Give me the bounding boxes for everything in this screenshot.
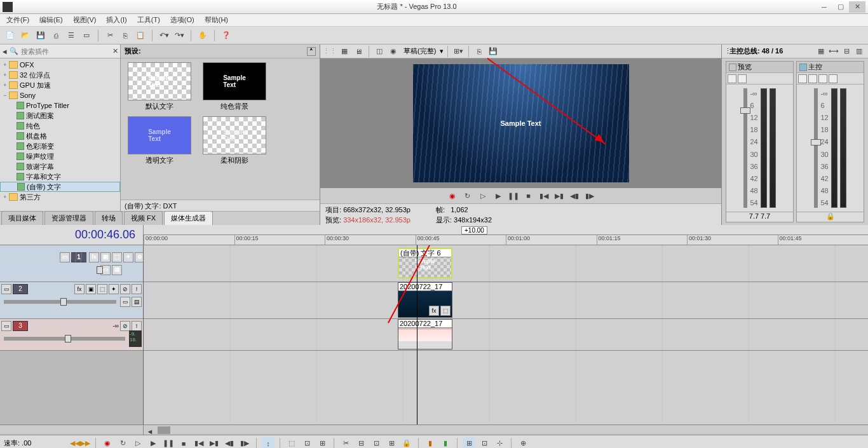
track-header-1[interactable]: ▭ 1 fx ▣ ⬚ ✦ ⊘ ! ▭▤	[0, 245, 144, 282]
help-icon[interactable]: ❓	[220, 29, 233, 42]
snap3-icon[interactable]: ⊹	[493, 437, 506, 449]
copy-icon[interactable]: ⎘	[119, 29, 132, 42]
minimize-track-icon[interactable]: ▭	[60, 252, 70, 262]
tool4-icon[interactable]: ⊡	[370, 437, 383, 449]
motion-icon[interactable]: ⬚	[112, 252, 122, 262]
track-header-2[interactable]: ▭ 2 fx▣⬚✦⊘! ▭▤	[0, 282, 143, 319]
play-icon[interactable]: ▶	[147, 437, 159, 449]
mixer-ic4[interactable]: ▥	[853, 45, 865, 58]
loop-icon[interactable]: ↻	[462, 190, 473, 201]
browser-tab[interactable]: 项目媒体	[1, 211, 43, 225]
step-back-icon[interactable]: ◀▮	[569, 190, 580, 201]
next-frame-icon[interactable]: ▮▶	[238, 437, 251, 449]
menu-options[interactable]: 选项(O)	[166, 14, 198, 26]
parent-icon[interactable]: ▤	[112, 265, 122, 275]
stop-icon[interactable]: ■	[177, 437, 190, 449]
timecode-display[interactable]: 00:00:46.06	[0, 225, 144, 245]
go-end-icon[interactable]: ▶▮	[208, 437, 220, 449]
mixer-ic1[interactable]: ▦	[815, 45, 827, 58]
plugin-tree[interactable]: ◄ 🔍 ✕ +OFX+32 位浮点+GPU 加速−SonyProType Tit…	[0, 44, 121, 211]
play-icon[interactable]: ▶	[492, 190, 504, 201]
tree-item[interactable]: 噪声纹理	[0, 151, 120, 161]
tree-item[interactable]: 字幕和文字	[0, 172, 120, 182]
step-fwd-icon[interactable]: ▮▶	[584, 190, 595, 201]
back-icon[interactable]: ◄	[0, 45, 10, 58]
mixer-ic2[interactable]: ⟷	[827, 45, 840, 58]
save-icon[interactable]: 💾	[34, 29, 47, 42]
preset-item[interactable]: SampleText默认文字	[125, 62, 194, 111]
tree-item[interactable]: ProType Titler	[0, 100, 120, 111]
region-icon[interactable]: ▮	[439, 437, 452, 449]
save-frame-icon[interactable]: 💾	[487, 45, 499, 58]
tree-item[interactable]: 纯色	[0, 121, 120, 131]
automation-icon[interactable]: ✦	[123, 252, 133, 262]
cut-icon[interactable]: ✂	[104, 29, 116, 42]
browser-tab[interactable]: 转场	[95, 211, 123, 225]
lock-icon[interactable]: 🔒	[400, 437, 413, 449]
stop-icon[interactable]: ■	[523, 190, 534, 201]
clip-text[interactable]: (自带) 文字 6 SampleText	[398, 248, 452, 278]
preview-props-icon[interactable]: ▦	[338, 45, 351, 58]
lock-icon[interactable]: 🔒	[826, 212, 835, 220]
track-lanes[interactable]: (自带) 文字 6 SampleText 20200722_17 fx⬚ 202…	[144, 245, 868, 424]
browser-tab[interactable]: 媒体生成器	[164, 211, 213, 225]
new-icon[interactable]: 📄	[4, 29, 17, 42]
snap-icon[interactable]: ⊞	[463, 437, 475, 449]
hscrollbar[interactable]	[158, 426, 170, 434]
menu-file[interactable]: 文件(F)	[3, 14, 33, 26]
clear-icon[interactable]: ✕	[111, 45, 121, 58]
pause-icon[interactable]: ❚❚	[508, 190, 519, 201]
tree-item[interactable]: 测试图案	[0, 111, 120, 121]
prev-icon[interactable]: ▮◀	[538, 190, 550, 201]
select-icon[interactable]: ▭	[80, 29, 93, 42]
fader[interactable]	[743, 88, 747, 208]
tree-item[interactable]: +OFX	[0, 60, 120, 70]
fx-icon[interactable]	[728, 74, 736, 83]
tool1-icon[interactable]: ⬚	[285, 437, 298, 449]
tree-item[interactable]: 棋盘格	[0, 131, 120, 141]
event-pan-icon[interactable]: ⬚	[440, 306, 451, 316]
quality-dropdown[interactable]: 草稿(完整)	[401, 46, 438, 56]
shuttle-icon[interactable]: ◀◀▶▶	[70, 439, 90, 447]
marker-icon[interactable]: ▮	[424, 437, 437, 449]
browser-tab[interactable]: 资源管理器	[44, 211, 93, 225]
preview-area[interactable]: Sample Text	[320, 58, 721, 188]
preset-item[interactable]: SampleText纯色背景	[200, 62, 269, 111]
overlay-icon[interactable]: ◉	[387, 45, 400, 58]
grid-icon[interactable]: ⊞▾	[452, 45, 465, 58]
next-icon[interactable]: ▶▮	[553, 190, 565, 201]
render-icon[interactable]: ⎙	[50, 29, 62, 42]
scroll-left-icon[interactable]: ◄	[144, 425, 156, 438]
tree-item[interactable]: (自带) 文字	[0, 182, 120, 192]
preset-item[interactable]: SampleText柔和阴影	[200, 116, 269, 165]
go-start-icon[interactable]: ▮◀	[193, 437, 205, 449]
browser-tab[interactable]: 视频 FX	[124, 211, 163, 225]
tree-item[interactable]: 色彩渐变	[0, 141, 120, 151]
menu-edit[interactable]: 编辑(E)	[36, 14, 67, 26]
play-start-icon[interactable]: ▷	[132, 437, 144, 449]
cut-icon[interactable]: ✂	[339, 437, 352, 449]
ruler-area[interactable]: +10.00 00:00:0000:00:1500:00:3000:00:450…	[144, 225, 868, 245]
play-start-icon[interactable]: ▷	[477, 190, 489, 201]
menu-view[interactable]: 视图(V)	[69, 14, 100, 26]
track-header-3[interactable]: ▭ 3 -∞ ⊘! -9. 18.	[0, 319, 143, 351]
open-icon[interactable]: 📂	[19, 29, 32, 42]
pause-icon[interactable]: ❚❚	[162, 437, 175, 449]
event-fx-icon[interactable]: fx	[429, 306, 439, 316]
mute-icon[interactable]: ⊘	[135, 252, 144, 262]
mixer-ic3[interactable]: ⊟	[840, 45, 853, 58]
loop-icon[interactable]: ↻	[116, 437, 129, 449]
tool5-icon[interactable]: ⊞	[385, 437, 398, 449]
menu-insert[interactable]: 插入(I)	[102, 14, 130, 26]
snap2-icon[interactable]: ⊡	[478, 437, 491, 449]
properties-icon[interactable]: ☰	[65, 29, 78, 42]
mute-icon[interactable]	[738, 74, 747, 83]
tree-item[interactable]: +GPU 加速	[0, 80, 120, 90]
comp-icon[interactable]: ▣	[100, 252, 111, 262]
playhead[interactable]	[417, 245, 417, 424]
dropdown-icon[interactable]: ▾	[440, 47, 444, 55]
tree-item[interactable]: +32 位浮点	[0, 70, 120, 80]
fx-icon[interactable]: fx	[89, 252, 99, 262]
search-input[interactable]	[18, 45, 111, 58]
menu-tools[interactable]: 工具(T)	[133, 14, 164, 26]
